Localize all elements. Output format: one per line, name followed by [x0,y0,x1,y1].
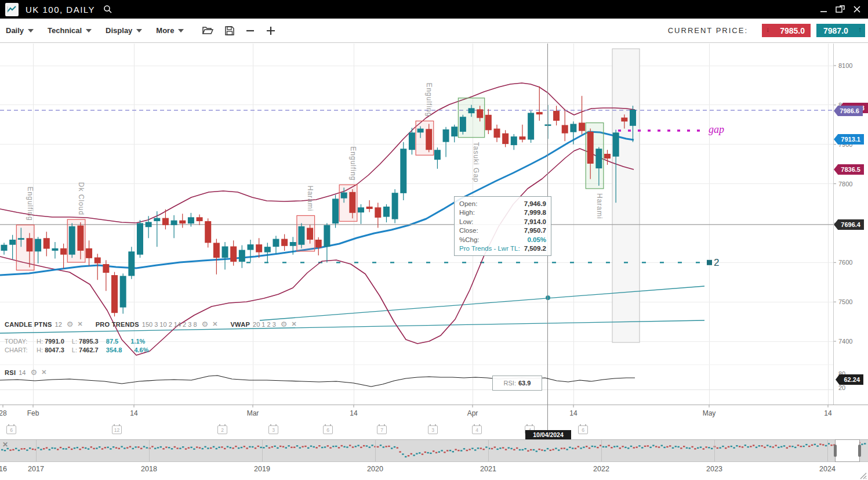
close-icon[interactable]: ✕ [212,321,217,327]
window-controls [820,5,861,13]
pattern-label: Engulfing [349,146,357,181]
year-label: 2019 [254,465,270,473]
navigator-close-icon[interactable]: ✕ [2,441,8,449]
technical-menu[interactable]: Technical [48,26,99,35]
year-label: 16 [0,465,7,473]
month-label: 14 [350,409,358,417]
window-title: UK 100, DAILY [26,5,95,15]
close-icon[interactable]: ✕ [41,369,46,376]
open-folder-icon[interactable] [202,26,213,35]
candle-body [621,118,627,122]
save-icon[interactable] [225,26,234,35]
candle-body [290,242,296,246]
display-menu[interactable]: Display [106,26,149,35]
zoom-in-icon[interactable] [266,26,275,35]
candle-body [146,222,152,227]
candle-body [239,250,245,262]
indicator-candle-patterns: CANDLE PTNS12 ⚙✕ [5,320,83,328]
ohlc-tooltip: Open:7,946.9 High:7,999.8 Low:7,914.0 Cl… [454,196,551,256]
calendar-event-icon[interactable]: 3 [268,425,278,434]
candle-body [349,192,355,213]
candle-body [95,257,101,263]
rsi-tooltip: RSI:63.9 [492,376,542,391]
navigator-left-handle[interactable] [834,445,837,457]
candle-body [485,115,492,130]
target-line-label: 2 [714,257,719,268]
candle-body [111,275,118,313]
gear-icon[interactable]: ⚙ [202,320,209,328]
popout-button[interactable] [836,5,845,13]
sell-price-button[interactable]: ↓ 7985.0 [762,24,811,37]
candle-body [197,217,203,221]
calendar-event-icon[interactable]: 2 [217,425,227,434]
close-icon[interactable]: ✕ [291,321,296,327]
crosshair-date-tooltip: 10/04/2024 [525,430,571,439]
indicator-chip-row: CANDLE PTNS12 ⚙✕ PRO TRENDS150 3 10 2 14… [5,320,310,328]
candle-body [273,239,279,247]
pattern-label: Dk Cloud [77,182,85,215]
candle-body [477,109,483,118]
buy-price-button[interactable]: 7987.0 ↑ [816,24,865,37]
chart-toolbar: Daily Technical Display More CURRENT PRI… [0,19,868,43]
price-tick-label: 7400 [838,338,852,345]
candle-body [358,207,364,212]
price-axis-badge: 7836.5 [834,164,864,175]
year-label: 2023 [706,465,722,473]
year-label: 2017 [28,465,44,473]
candle-body [341,193,347,199]
candle-body [375,207,381,218]
candle-body [383,207,390,217]
candle-body [536,112,543,114]
candle-body [392,193,398,219]
calendar-event-icon[interactable]: 4 [472,425,482,434]
candle-body [9,240,16,245]
candle-body [86,248,92,258]
candle-body [595,149,602,168]
app-logo-icon [5,3,19,16]
year-label: 2020 [367,465,383,473]
navigator-view-window[interactable] [835,439,860,462]
pattern-label: Harami [306,186,314,212]
price-tick-label: 8100 [838,62,852,69]
calendar-event-icon[interactable]: 6 [323,425,333,434]
calendar-event-icon[interactable]: 3 [428,425,438,434]
target-line-handle[interactable] [707,260,712,265]
calendar-event-icon[interactable]: 7 [377,425,387,434]
gear-icon[interactable]: ⚙ [67,320,74,328]
minimize-button[interactable] [820,6,827,13]
navigator-mini-chart [1,443,866,457]
candle-body [1,245,8,251]
gear-icon[interactable]: ⚙ [31,369,38,376]
chart-stats-row: CHART: H: 8047.3 L: 7462.7 354.8 4.6% [5,347,159,353]
close-button[interactable] [853,5,861,13]
arrow-down-icon: ↓ [766,26,769,34]
close-icon[interactable]: ✕ [77,321,82,327]
search-icon[interactable] [103,5,112,14]
candle-body [52,248,58,251]
navigator-right-handle[interactable] [858,445,861,457]
calendar-event-icon[interactable]: 6 [578,425,588,434]
month-label: May [703,409,716,417]
chevron-down-icon [28,29,34,33]
candle-body [230,246,237,261]
chart-surface[interactable]: 8100800079007800770076007500740080202Eng… [0,0,868,480]
price-axis-badge: 7913.1 [834,134,864,145]
candle-body [511,136,517,145]
arrow-up-icon: ↑ [858,26,862,34]
candle-body [26,238,32,251]
gear-icon[interactable]: ⚙ [281,320,288,328]
timeframe-menu[interactable]: Daily [6,26,41,35]
calendar-event-icon[interactable]: 6 [6,425,16,434]
zoom-out-icon[interactable] [246,26,255,35]
candle-body [630,110,636,126]
indicator-pro-trends: PRO TRENDS150 3 10 2 14 2 3 8 ⚙✕ [96,320,218,328]
more-menu[interactable]: More [156,26,191,35]
calendar-event-icon[interactable]: 12 [112,425,122,434]
price-tick-label: 7600 [838,259,852,266]
month-label: Feb [27,409,39,417]
resize-handle-icon[interactable] [860,471,867,480]
candle-body [77,226,83,251]
selection-region[interactable] [612,49,640,342]
month-label: 14 [824,409,832,417]
chevron-down-icon [86,29,92,33]
